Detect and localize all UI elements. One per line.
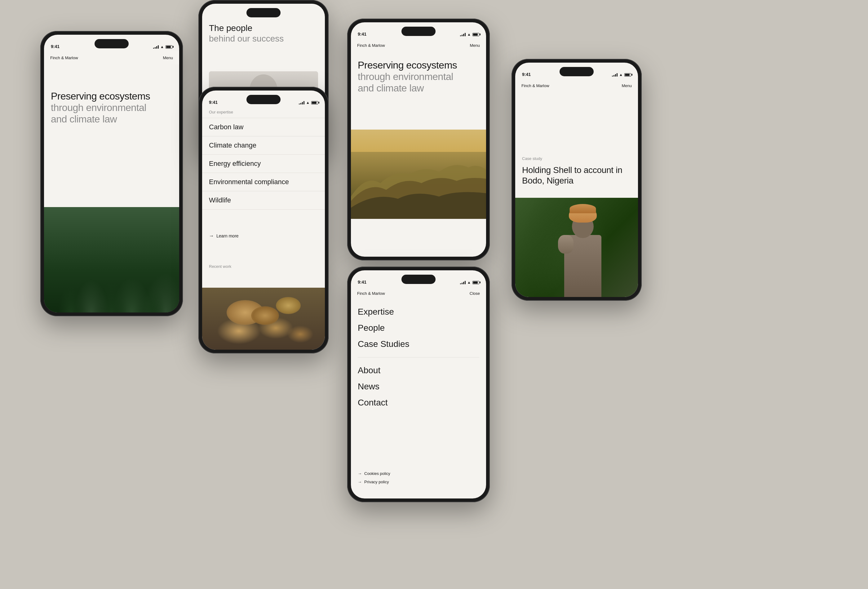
- hero-text-4: Preserving ecosystems through environmen…: [358, 59, 479, 94]
- battery-icon-4: [472, 33, 479, 36]
- hero-subtitle-1: through environmental and climate law: [51, 102, 172, 125]
- app-header-1: Finch & Marlow Menu: [44, 51, 179, 65]
- battery-icon-1: [165, 45, 172, 49]
- footer-cookies-5[interactable]: → Cookies policy: [358, 469, 390, 478]
- hero-subtitle-4: through environmental and climate law: [358, 71, 479, 94]
- battery-icon-3: [311, 101, 318, 105]
- status-icons-6: ▲: [612, 72, 631, 77]
- dynamic-island-1: [94, 39, 128, 48]
- mountain-svg: [351, 152, 486, 219]
- app-logo-1: Finch & Marlow: [50, 56, 78, 60]
- dynamic-island-2: [247, 8, 280, 17]
- footer-privacy-5[interactable]: → Privacy policy: [358, 478, 390, 486]
- case-study-title-6: Holding Shell to account in Bodo, Nigeri…: [522, 165, 631, 186]
- dynamic-island-3: [247, 95, 280, 104]
- dynamic-island-4: [402, 27, 435, 36]
- signal-icon-4: [460, 32, 466, 36]
- nav-divider-5: [358, 357, 479, 357]
- app-menu-button-6[interactable]: Menu: [621, 83, 632, 88]
- hero-title-1: Preserving ecosystems: [51, 90, 172, 102]
- app-header-4: Finch & Marlow Menu: [351, 38, 486, 52]
- app-logo-6: Finch & Marlow: [521, 83, 549, 88]
- nav-case-studies-5[interactable]: Case Studies: [358, 336, 479, 352]
- app-close-button-5[interactable]: Close: [469, 291, 480, 296]
- phone-5: 9:41 ▲ Finch & Marlow Close Expertise Pe…: [347, 267, 490, 502]
- signal-icon-5: [460, 280, 466, 284]
- status-time-6: 9:41: [522, 72, 531, 77]
- app-menu-button-1[interactable]: Menu: [163, 56, 173, 60]
- wifi-icon-1: ▲: [160, 45, 164, 49]
- status-time-1: 9:41: [51, 44, 59, 49]
- battery-icon-6: [624, 73, 631, 77]
- nav-contact-5[interactable]: Contact: [358, 395, 479, 411]
- menu-item-environmental[interactable]: Environmental compliance: [202, 173, 325, 191]
- phone-6: 9:41 ▲ Finch & Marlow Menu Case study: [512, 59, 642, 301]
- forest-image-1: [44, 207, 179, 313]
- phone-4: 9:41 ▲ Finch & Marlow Menu Preserving ec…: [347, 19, 490, 260]
- phone-1: 9:41 ▲ Finch & Marlow Menu Preserving ec…: [40, 31, 183, 316]
- hero-text-1: Preserving ecosystems through environmen…: [51, 90, 172, 125]
- wifi-icon-5: ▲: [467, 280, 471, 285]
- menu-item-energy[interactable]: Energy efficiency: [202, 155, 325, 173]
- status-time-4: 9:41: [358, 32, 366, 37]
- menu-item-climate[interactable]: Climate change: [202, 136, 325, 155]
- app-logo-4: Finch & Marlow: [357, 43, 385, 48]
- status-time-5: 9:41: [358, 280, 366, 285]
- expertise-menu-3: Carbon law Climate change Energy efficie…: [202, 118, 325, 210]
- landscape-image-4: [351, 130, 486, 241]
- signal-icon-1: [153, 45, 159, 49]
- dynamic-island-5: [402, 275, 435, 284]
- battery-icon-5: [472, 281, 479, 284]
- menu-item-wildlife[interactable]: Wildlife: [202, 191, 325, 210]
- wifi-icon-6: ▲: [619, 72, 623, 77]
- status-time-3: 9:41: [209, 100, 218, 105]
- learn-more-3[interactable]: → Learn more: [209, 233, 239, 239]
- hero-title-4: Preserving ecosystems: [358, 59, 479, 71]
- nav-menu-5: Expertise People Case Studies About News…: [358, 304, 479, 411]
- nigeria-image-6: [515, 198, 638, 297]
- wifi-icon-3: ▲: [306, 100, 310, 105]
- nav-news-5[interactable]: News: [358, 378, 479, 395]
- app-menu-button-4[interactable]: Menu: [469, 43, 480, 48]
- wifi-icon-4: ▲: [467, 32, 471, 37]
- nav-about-5[interactable]: About: [358, 362, 479, 378]
- status-icons-4: ▲: [460, 32, 479, 37]
- phone-3: 9:41 ▲ Our expertise Carbon law Climate …: [198, 87, 329, 353]
- app-header-5: Finch & Marlow Close: [351, 286, 486, 300]
- recent-work-label-3: Recent work: [209, 264, 231, 269]
- nav-people-5[interactable]: People: [358, 320, 479, 336]
- people-title-2: The people: [209, 23, 318, 34]
- signal-icon-6: [612, 73, 617, 77]
- menu-item-carbon[interactable]: Carbon law: [202, 118, 325, 136]
- status-icons-5: ▲: [460, 280, 479, 285]
- bottom-image-3: [202, 288, 325, 350]
- nav-expertise-5[interactable]: Expertise: [358, 304, 479, 320]
- footer-links-5: → Cookies policy → Privacy policy: [358, 469, 390, 486]
- case-study-label-6: Case study: [522, 156, 542, 161]
- app-header-6: Finch & Marlow Menu: [515, 79, 638, 92]
- signal-icon-3: [299, 101, 304, 105]
- hero-text-2: The people behind our success: [209, 23, 318, 44]
- app-logo-5: Finch & Marlow: [357, 291, 385, 296]
- dynamic-island-6: [559, 67, 593, 76]
- status-icons-3: ▲: [299, 100, 318, 105]
- status-icons-1: ▲: [153, 45, 172, 49]
- people-subtitle-2: behind our success: [209, 34, 318, 44]
